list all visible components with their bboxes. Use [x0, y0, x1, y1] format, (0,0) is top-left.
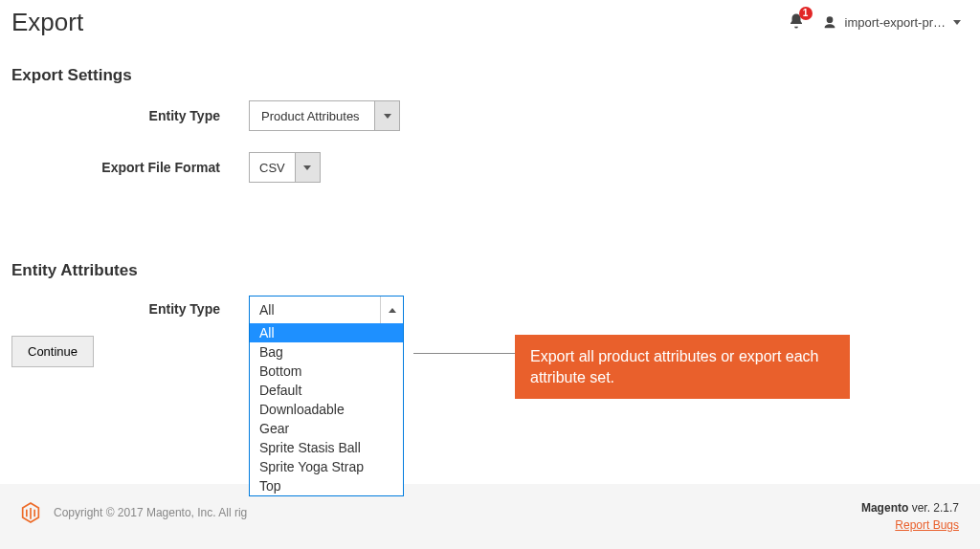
entity-type-select[interactable]: Product Attributes	[249, 100, 400, 131]
file-format-row: Export File Format CSV	[0, 152, 980, 183]
chevron-down-icon	[384, 114, 391, 119]
attr-entity-type-select[interactable]: All AllBagBottomDefaultDownloadableGearS…	[249, 296, 404, 324]
chevron-down-icon	[953, 20, 961, 25]
continue-button[interactable]: Continue	[11, 336, 94, 367]
entity-type-label: Entity Type	[0, 108, 249, 123]
export-settings-heading: Export Settings	[0, 47, 980, 100]
version-number: ver. 2.1.7	[908, 501, 959, 515]
dropdown-option[interactable]: Default	[250, 381, 403, 400]
callout-box: Export all product attributes or export …	[515, 335, 850, 399]
version-text: Magento ver. 2.1.7	[861, 501, 959, 515]
file-format-select-toggle[interactable]	[295, 153, 320, 182]
attr-entity-type-label: Entity Type	[0, 296, 249, 317]
user-menu[interactable]: import-export-pr…	[822, 15, 961, 31]
callout-connector	[413, 353, 517, 354]
magento-logo-icon	[21, 501, 40, 524]
callout-text: Export all product attributes or export …	[530, 348, 819, 385]
dropdown-option[interactable]: Downloadable	[250, 400, 403, 419]
chevron-down-icon	[303, 165, 311, 170]
footer-right: Magento ver. 2.1.7 Report Bugs	[861, 501, 959, 532]
entity-type-value: Product Attributes	[250, 101, 374, 130]
report-bugs-link[interactable]: Report Bugs	[895, 518, 959, 532]
footer: Copyright © 2017 Magento, Inc. All rig M…	[0, 484, 980, 549]
dropdown-option[interactable]: Top	[250, 476, 403, 495]
dropdown-option[interactable]: Bottom	[250, 362, 403, 381]
chevron-up-icon	[389, 308, 396, 313]
attr-entity-type-row: Entity Type All AllBagBottomDefaultDownl…	[0, 296, 980, 324]
user-icon	[822, 15, 837, 31]
header-actions: 1 import-export-pr…	[788, 12, 961, 33]
attr-entity-type-value: All	[250, 296, 380, 323]
page-header: Export 1 import-export-pr…	[0, 0, 980, 47]
entity-type-row: Entity Type Product Attributes	[0, 100, 980, 131]
attr-entity-type-dropdown[interactable]: AllBagBottomDefaultDownloadableGearSprit…	[249, 323, 404, 496]
brand-name: Magento	[861, 501, 908, 515]
dropdown-option[interactable]: Sprite Stasis Ball	[250, 438, 403, 457]
copyright-text: Copyright © 2017 Magento, Inc. All rig	[54, 506, 247, 519]
dropdown-option[interactable]: All	[250, 323, 403, 342]
user-label: import-export-pr…	[845, 15, 946, 30]
entity-attributes-heading: Entity Attributes	[0, 204, 980, 296]
file-format-select[interactable]: CSV	[249, 152, 321, 183]
footer-left: Copyright © 2017 Magento, Inc. All rig	[21, 501, 247, 524]
file-format-value: CSV	[250, 153, 295, 182]
dropdown-option[interactable]: Bag	[250, 342, 403, 362]
entity-type-select-toggle[interactable]	[374, 101, 399, 130]
attr-entity-type-toggle[interactable]	[380, 296, 403, 323]
notification-badge: 1	[799, 7, 813, 20]
page-title: Export	[11, 8, 83, 37]
dropdown-option[interactable]: Gear	[250, 419, 403, 438]
notifications-button[interactable]: 1	[788, 12, 805, 33]
file-format-label: Export File Format	[0, 160, 249, 175]
dropdown-option[interactable]: Sprite Yoga Strap	[250, 457, 403, 476]
